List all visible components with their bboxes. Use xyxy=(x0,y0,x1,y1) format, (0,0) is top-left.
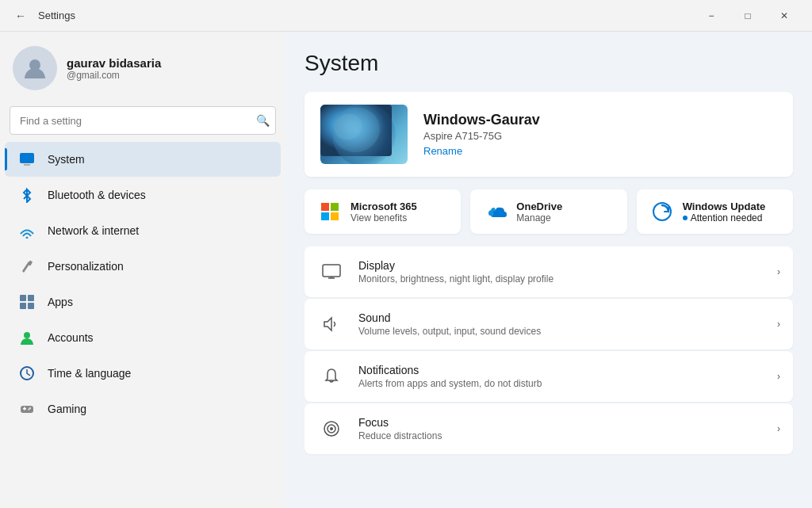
windows-update-sub: Attention needed xyxy=(683,212,766,223)
window-controls: − □ ✕ xyxy=(693,0,802,32)
settings-list: Display Monitors, brightness, night ligh… xyxy=(304,246,793,454)
microsoft365-text: Microsoft 365 View benefits xyxy=(350,201,417,223)
sound-desc: Volume levels, output, input, sound devi… xyxy=(358,326,764,337)
focus-desc: Reduce distractions xyxy=(358,430,764,441)
svg-rect-21 xyxy=(321,212,329,220)
sidebar: gaurav bidasaria @gmail.com 🔍 System xyxy=(0,32,285,508)
personalization-icon xyxy=(17,257,36,276)
sidebar-item-system[interactable]: System xyxy=(5,142,281,177)
search-box: 🔍 xyxy=(10,106,276,135)
settings-item-focus[interactable]: Focus Reduce distractions › xyxy=(304,403,793,454)
svg-rect-11 xyxy=(21,406,33,413)
content-area: System Windows-G xyxy=(285,32,812,508)
display-text: Display Monitors, brightness, night ligh… xyxy=(358,259,764,285)
microsoft365-icon xyxy=(317,199,343,224)
titlebar: ← Settings − □ ✕ xyxy=(0,0,812,32)
focus-title: Focus xyxy=(358,416,764,429)
app-title: Settings xyxy=(38,10,75,21)
settings-item-sound[interactable]: Sound Volume levels, output, input, soun… xyxy=(304,299,793,349)
sidebar-item-apps[interactable]: Apps xyxy=(5,285,281,319)
sidebar-item-bluetooth-label: Bluetooth & devices xyxy=(48,189,146,201)
attention-dot xyxy=(683,216,688,220)
windows-update-text: Windows Update Attention needed xyxy=(683,201,766,223)
sidebar-item-time[interactable]: Time & language xyxy=(5,356,281,391)
svg-marker-27 xyxy=(324,318,331,330)
display-desc: Monitors, brightness, night light, displ… xyxy=(358,273,764,285)
user-name: gaurav bidasaria xyxy=(67,56,161,70)
search-input[interactable] xyxy=(10,106,276,135)
user-email: @gmail.com xyxy=(67,70,161,81)
device-rename-link[interactable]: Rename xyxy=(423,145,777,157)
maximize-button[interactable]: □ xyxy=(730,0,766,32)
windows-update-icon xyxy=(649,199,675,224)
network-icon xyxy=(17,221,36,240)
microsoft365-sub: View benefits xyxy=(350,212,417,223)
back-button[interactable]: ← xyxy=(10,5,32,27)
notifications-title: Notifications xyxy=(358,364,764,376)
device-card: Windows-Gaurav Aspire A715-75G Rename xyxy=(304,92,793,177)
apps-icon xyxy=(17,292,36,311)
sidebar-item-system-label: System xyxy=(48,153,85,166)
svg-rect-20 xyxy=(331,203,339,211)
device-info: Windows-Gaurav Aspire A715-75G Rename xyxy=(423,112,777,157)
sound-chevron-icon: › xyxy=(777,319,780,330)
sound-icon xyxy=(317,310,346,338)
display-icon xyxy=(317,258,346,286)
device-thumbnail xyxy=(320,105,408,164)
sound-title: Sound xyxy=(358,311,764,324)
svg-rect-6 xyxy=(28,295,34,301)
user-info: gaurav bidasaria @gmail.com xyxy=(67,56,161,81)
sidebar-item-accounts[interactable]: Accounts xyxy=(5,320,281,355)
svg-point-15 xyxy=(29,409,30,411)
windows-update-card[interactable]: Windows Update Attention needed xyxy=(637,189,793,234)
svg-rect-13 xyxy=(24,407,25,411)
sidebar-item-bluetooth[interactable]: Bluetooth & devices xyxy=(5,178,281,212)
sidebar-item-network[interactable]: Network & internet xyxy=(5,213,281,248)
system-icon xyxy=(17,150,36,169)
onedrive-title: OneDrive xyxy=(516,201,562,212)
accounts-icon xyxy=(17,328,36,347)
sidebar-item-gaming[interactable]: Gaming xyxy=(5,392,281,426)
settings-item-display[interactable]: Display Monitors, brightness, night ligh… xyxy=(304,246,793,297)
onedrive-text: OneDrive Manage xyxy=(516,201,562,223)
notifications-icon xyxy=(317,362,346,391)
sidebar-item-personalization-label: Personalization xyxy=(48,260,124,273)
focus-chevron-icon: › xyxy=(777,423,780,434)
svg-rect-7 xyxy=(20,303,26,309)
onedrive-card[interactable]: OneDrive Manage xyxy=(470,189,626,234)
svg-rect-5 xyxy=(20,295,26,301)
sound-text: Sound Volume levels, output, input, soun… xyxy=(358,311,764,337)
svg-rect-22 xyxy=(331,212,339,220)
sidebar-item-apps-label: Apps xyxy=(48,296,73,308)
display-title: Display xyxy=(358,259,764,272)
back-icon: ← xyxy=(15,10,26,22)
svg-point-3 xyxy=(26,237,29,239)
close-button[interactable]: ✕ xyxy=(766,0,802,32)
notifications-chevron-icon: › xyxy=(777,371,780,382)
sidebar-item-accounts-label: Accounts xyxy=(48,331,94,344)
bluetooth-icon xyxy=(17,185,36,204)
notifications-text: Notifications Alerts from apps and syste… xyxy=(358,364,764,389)
sidebar-item-personalization[interactable]: Personalization xyxy=(5,249,281,284)
quick-links: Microsoft 365 View benefits OneDrive Man… xyxy=(304,189,793,234)
display-chevron-icon: › xyxy=(777,266,780,277)
sidebar-item-gaming-label: Gaming xyxy=(48,403,86,415)
minimize-button[interactable]: − xyxy=(693,0,730,32)
focus-text: Focus Reduce distractions xyxy=(358,416,764,441)
user-profile[interactable]: gaurav bidasaria @gmail.com xyxy=(0,32,285,103)
notifications-desc: Alerts from apps and system, do not dist… xyxy=(358,378,764,389)
settings-item-notifications[interactable]: Notifications Alerts from apps and syste… xyxy=(304,351,793,402)
microsoft365-card[interactable]: Microsoft 365 View benefits xyxy=(304,189,461,234)
svg-rect-24 xyxy=(323,265,340,277)
sidebar-item-time-label: Time & language xyxy=(48,367,131,380)
gaming-icon xyxy=(17,399,36,418)
svg-point-30 xyxy=(330,427,333,430)
svg-point-9 xyxy=(24,332,30,338)
main-layout: gaurav bidasaria @gmail.com 🔍 System xyxy=(0,32,812,508)
svg-point-14 xyxy=(29,407,31,409)
svg-rect-8 xyxy=(28,303,34,309)
avatar xyxy=(13,46,57,90)
microsoft365-title: Microsoft 365 xyxy=(350,201,417,212)
onedrive-icon xyxy=(483,199,508,224)
onedrive-sub: Manage xyxy=(516,212,562,223)
